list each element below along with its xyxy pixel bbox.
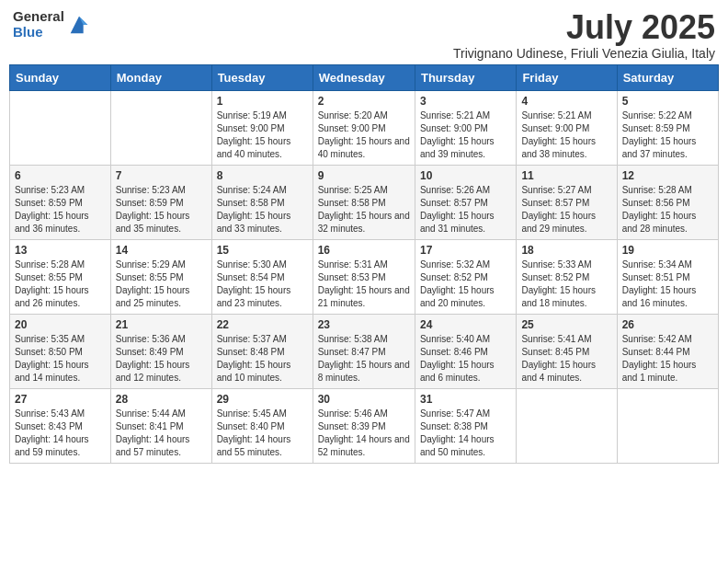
day-number: 6: [15, 169, 106, 182]
day-number: 11: [521, 169, 611, 182]
calendar-cell: 7Sunrise: 5:23 AM Sunset: 8:59 PM Daylig…: [110, 165, 211, 239]
calendar-table: SundayMondayTuesdayWednesdayThursdayFrid…: [9, 64, 719, 464]
day-info: Sunrise: 5:35 AM Sunset: 8:50 PM Dayligh…: [15, 333, 106, 385]
calendar-week-row: 13Sunrise: 5:28 AM Sunset: 8:55 PM Dayli…: [10, 239, 719, 314]
calendar-cell: 12Sunrise: 5:28 AM Sunset: 8:56 PM Dayli…: [617, 165, 718, 239]
calendar-cell: 6Sunrise: 5:23 AM Sunset: 8:59 PM Daylig…: [10, 165, 111, 239]
day-number: 18: [521, 244, 611, 257]
day-info: Sunrise: 5:22 AM Sunset: 8:59 PM Dayligh…: [622, 109, 713, 161]
calendar-week-row: 6Sunrise: 5:23 AM Sunset: 8:59 PM Daylig…: [10, 165, 719, 239]
day-info: Sunrise: 5:30 AM Sunset: 8:54 PM Dayligh…: [217, 259, 308, 310]
day-number: 9: [318, 169, 410, 182]
logo-blue: Blue: [13, 25, 64, 40]
calendar-cell: 28Sunrise: 5:44 AM Sunset: 8:41 PM Dayli…: [110, 388, 211, 463]
day-of-week-header: Saturday: [617, 64, 718, 90]
calendar-cell: [517, 388, 617, 463]
day-info: Sunrise: 5:25 AM Sunset: 8:58 PM Dayligh…: [318, 184, 410, 236]
calendar-cell: 30Sunrise: 5:46 AM Sunset: 8:39 PM Dayli…: [313, 388, 415, 463]
location-subtitle: Trivignano Udinese, Friuli Venezia Giuli…: [453, 46, 715, 61]
day-info: Sunrise: 5:28 AM Sunset: 8:56 PM Dayligh…: [622, 184, 713, 236]
day-number: 14: [116, 244, 207, 257]
calendar-cell: 20Sunrise: 5:35 AM Sunset: 8:50 PM Dayli…: [10, 314, 111, 388]
day-number: 13: [15, 244, 106, 257]
calendar-cell: 10Sunrise: 5:26 AM Sunset: 8:57 PM Dayli…: [415, 165, 516, 239]
day-number: 21: [116, 318, 207, 331]
page-header: General Blue July 2025 Trivignano Udines…: [9, 9, 719, 61]
day-number: 22: [217, 318, 308, 331]
calendar-cell: 9Sunrise: 5:25 AM Sunset: 8:58 PM Daylig…: [313, 165, 415, 239]
day-number: 5: [622, 95, 713, 108]
calendar-cell: 3Sunrise: 5:21 AM Sunset: 9:00 PM Daylig…: [415, 90, 516, 165]
logo: General Blue: [13, 9, 92, 40]
day-info: Sunrise: 5:47 AM Sunset: 8:38 PM Dayligh…: [420, 408, 511, 459]
day-info: Sunrise: 5:24 AM Sunset: 8:58 PM Dayligh…: [217, 184, 308, 236]
day-number: 10: [420, 169, 511, 182]
calendar-cell: 11Sunrise: 5:27 AM Sunset: 8:57 PM Dayli…: [517, 165, 617, 239]
calendar-cell: [617, 388, 718, 463]
day-info: Sunrise: 5:19 AM Sunset: 9:00 PM Dayligh…: [217, 109, 308, 161]
calendar-cell: 21Sunrise: 5:36 AM Sunset: 8:49 PM Dayli…: [110, 314, 211, 388]
day-number: 4: [521, 95, 611, 108]
day-number: 30: [318, 393, 410, 406]
calendar-header-row: SundayMondayTuesdayWednesdayThursdayFrid…: [10, 64, 719, 90]
calendar-cell: 23Sunrise: 5:38 AM Sunset: 8:47 PM Dayli…: [313, 314, 415, 388]
day-number: 19: [622, 244, 713, 257]
day-of-week-header: Thursday: [415, 64, 516, 90]
day-number: 7: [116, 169, 207, 182]
day-info: Sunrise: 5:44 AM Sunset: 8:41 PM Dayligh…: [116, 408, 207, 459]
calendar-week-row: 20Sunrise: 5:35 AM Sunset: 8:50 PM Dayli…: [10, 314, 719, 388]
day-number: 27: [15, 393, 106, 406]
day-info: Sunrise: 5:27 AM Sunset: 8:57 PM Dayligh…: [521, 184, 611, 236]
calendar-cell: 14Sunrise: 5:29 AM Sunset: 8:55 PM Dayli…: [110, 239, 211, 314]
logo-icon: [66, 12, 92, 38]
month-title: July 2025: [453, 9, 715, 46]
day-number: 17: [420, 244, 511, 257]
calendar-cell: 5Sunrise: 5:22 AM Sunset: 8:59 PM Daylig…: [617, 90, 718, 165]
day-info: Sunrise: 5:29 AM Sunset: 8:55 PM Dayligh…: [116, 259, 207, 310]
day-info: Sunrise: 5:31 AM Sunset: 8:53 PM Dayligh…: [318, 259, 410, 310]
day-number: 8: [217, 169, 308, 182]
calendar-cell: 8Sunrise: 5:24 AM Sunset: 8:58 PM Daylig…: [211, 165, 313, 239]
day-info: Sunrise: 5:21 AM Sunset: 9:00 PM Dayligh…: [420, 109, 511, 161]
day-number: 28: [116, 393, 207, 406]
day-info: Sunrise: 5:32 AM Sunset: 8:52 PM Dayligh…: [420, 259, 511, 310]
day-number: 1: [217, 95, 308, 108]
day-number: 24: [420, 318, 511, 331]
day-info: Sunrise: 5:23 AM Sunset: 8:59 PM Dayligh…: [15, 184, 106, 236]
day-number: 29: [217, 393, 308, 406]
calendar-cell: 27Sunrise: 5:43 AM Sunset: 8:43 PM Dayli…: [10, 388, 111, 463]
calendar-cell: 1Sunrise: 5:19 AM Sunset: 9:00 PM Daylig…: [211, 90, 313, 165]
calendar-cell: 2Sunrise: 5:20 AM Sunset: 9:00 PM Daylig…: [313, 90, 415, 165]
day-info: Sunrise: 5:36 AM Sunset: 8:49 PM Dayligh…: [116, 333, 207, 385]
day-of-week-header: Sunday: [10, 64, 111, 90]
day-number: 26: [622, 318, 713, 331]
day-of-week-header: Wednesday: [313, 64, 415, 90]
day-number: 12: [622, 169, 713, 182]
calendar-cell: 26Sunrise: 5:42 AM Sunset: 8:44 PM Dayli…: [617, 314, 718, 388]
day-info: Sunrise: 5:37 AM Sunset: 8:48 PM Dayligh…: [217, 333, 308, 385]
calendar-cell: 19Sunrise: 5:34 AM Sunset: 8:51 PM Dayli…: [617, 239, 718, 314]
day-of-week-header: Monday: [110, 64, 211, 90]
calendar-cell: 24Sunrise: 5:40 AM Sunset: 8:46 PM Dayli…: [415, 314, 516, 388]
day-info: Sunrise: 5:40 AM Sunset: 8:46 PM Dayligh…: [420, 333, 511, 385]
calendar-cell: 17Sunrise: 5:32 AM Sunset: 8:52 PM Dayli…: [415, 239, 516, 314]
day-info: Sunrise: 5:43 AM Sunset: 8:43 PM Dayligh…: [15, 408, 106, 459]
day-number: 3: [420, 95, 511, 108]
day-info: Sunrise: 5:23 AM Sunset: 8:59 PM Dayligh…: [116, 184, 207, 236]
calendar-cell: 4Sunrise: 5:21 AM Sunset: 9:00 PM Daylig…: [517, 90, 617, 165]
logo-general: General: [13, 9, 64, 25]
calendar-cell: [110, 90, 211, 165]
day-number: 20: [15, 318, 106, 331]
day-info: Sunrise: 5:21 AM Sunset: 9:00 PM Dayligh…: [521, 109, 611, 161]
day-number: 25: [521, 318, 611, 331]
calendar-cell: 31Sunrise: 5:47 AM Sunset: 8:38 PM Dayli…: [415, 388, 516, 463]
calendar-cell: 16Sunrise: 5:31 AM Sunset: 8:53 PM Dayli…: [313, 239, 415, 314]
day-info: Sunrise: 5:42 AM Sunset: 8:44 PM Dayligh…: [622, 333, 713, 385]
day-number: 15: [217, 244, 308, 257]
day-info: Sunrise: 5:20 AM Sunset: 9:00 PM Dayligh…: [318, 109, 410, 161]
calendar-cell: 25Sunrise: 5:41 AM Sunset: 8:45 PM Dayli…: [517, 314, 617, 388]
day-info: Sunrise: 5:28 AM Sunset: 8:55 PM Dayligh…: [15, 259, 106, 310]
day-number: 31: [420, 393, 511, 406]
day-info: Sunrise: 5:33 AM Sunset: 8:52 PM Dayligh…: [521, 259, 611, 310]
calendar-cell: 15Sunrise: 5:30 AM Sunset: 8:54 PM Dayli…: [211, 239, 313, 314]
